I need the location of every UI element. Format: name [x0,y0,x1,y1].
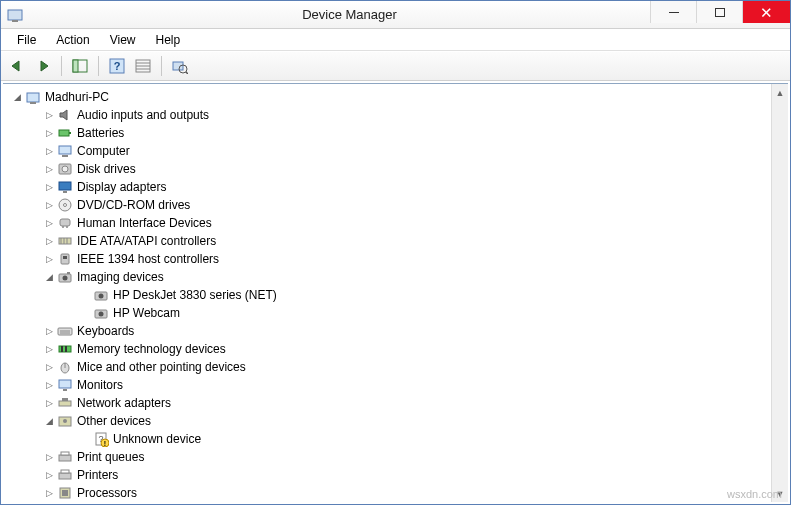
tree-node-batteries[interactable]: ▷Batteries [7,124,771,142]
close-button[interactable]: ✕ [742,1,790,23]
tree-node-label: IDE ATA/ATAPI controllers [77,232,216,250]
menu-file[interactable]: File [7,31,46,49]
svg-rect-25 [60,219,70,226]
other-icon [57,413,73,429]
menu-view[interactable]: View [100,31,146,49]
toolbar-separator [161,56,162,76]
tree-root[interactable]: ◢Madhuri-PC [7,88,771,106]
tree-node-label: Imaging devices [77,268,164,286]
tree-node-computer[interactable]: ▷Computer [7,142,771,160]
svg-rect-3 [73,60,78,72]
expand-icon[interactable]: ▷ [43,163,55,175]
printers-icon [57,467,73,483]
svg-rect-45 [61,346,63,352]
device-tree[interactable]: ◢Madhuri-PC▷Audio inputs and outputs▷Bat… [3,84,771,502]
tree-node-display[interactable]: ▷Display adapters [7,178,771,196]
display-icon [57,179,73,195]
tree-node-dvd[interactable]: ▷DVD/CD-ROM drives [7,196,771,214]
expand-icon[interactable]: ▷ [43,109,55,121]
tree-node-keyboards[interactable]: ▷Keyboards [7,322,771,340]
printqueues-icon [57,449,73,465]
scroll-up-icon[interactable]: ▲ [772,84,788,101]
svg-rect-15 [59,130,69,136]
tree-node-monitors[interactable]: ▷Monitors [7,376,771,394]
properties-button[interactable] [131,54,155,78]
tree-node-printqueues[interactable]: ▷Print queues [7,448,771,466]
menubar: File Action View Help [1,29,790,51]
hp-deskjet-icon [93,287,109,303]
expand-icon[interactable]: ▷ [43,325,55,337]
expand-icon[interactable]: ▷ [43,451,55,463]
expand-icon[interactable]: ▷ [43,235,55,247]
tree-node-audio[interactable]: ▷Audio inputs and outputs [7,106,771,124]
expand-icon[interactable]: ▷ [43,253,55,265]
tree-node-label: Batteries [77,124,124,142]
menu-help[interactable]: Help [146,31,191,49]
scroll-track[interactable] [772,101,788,485]
window-controls: ✕ [650,1,790,23]
maximize-button[interactable] [696,1,742,23]
svg-rect-36 [67,272,70,274]
svg-point-38 [99,294,104,299]
tree-node-network[interactable]: ▷Network adapters [7,394,771,412]
tree-node-memtech[interactable]: ▷Memory technology devices [7,340,771,358]
expand-icon[interactable]: ▷ [43,217,55,229]
expand-icon[interactable]: ▷ [43,127,55,139]
svg-point-35 [63,276,68,281]
menu-action[interactable]: Action [46,31,99,49]
minimize-button[interactable] [650,1,696,23]
tree-node-ide[interactable]: ▷IDE ATA/ATAPI controllers [7,232,771,250]
svg-text:?: ? [114,60,121,72]
tree-node-unknown[interactable]: ?!Unknown device [7,430,771,448]
expand-icon[interactable]: ▷ [43,469,55,481]
expand-icon[interactable]: ▷ [43,487,55,499]
expand-icon[interactable]: ▷ [43,181,55,193]
back-button[interactable] [5,54,29,78]
scan-hardware-button[interactable] [168,54,192,78]
expand-icon[interactable]: ▷ [43,397,55,409]
tree-node-printers[interactable]: ▷Printers [7,466,771,484]
tree-node-hid[interactable]: ▷Human Interface Devices [7,214,771,232]
tree-node-label: Printers [77,466,118,484]
expand-icon[interactable]: ▷ [43,145,55,157]
ide-icon [57,233,73,249]
tree-node-label: Computer [77,142,130,160]
dvd-icon [57,197,73,213]
tree-node-ieee1394[interactable]: ▷IEEE 1394 host controllers [7,250,771,268]
watermark: wsxdn.com [727,488,782,500]
forward-button[interactable] [31,54,55,78]
vertical-scrollbar[interactable]: ▲ ▼ [771,84,788,502]
show-hide-tree-button[interactable] [68,54,92,78]
collapse-icon[interactable]: ◢ [43,271,55,283]
tree-node-other[interactable]: ◢Other devices [7,412,771,430]
tree-node-label: Human Interface Devices [77,214,212,232]
tree-node-label: Network adapters [77,394,171,412]
tree-node-hp-deskjet[interactable]: HP DeskJet 3830 series (NET) [7,286,771,304]
tree-node-hp-webcam[interactable]: HP Webcam [7,304,771,322]
collapse-icon[interactable]: ◢ [11,91,23,103]
tree-node-label: Audio inputs and outputs [77,106,209,124]
help-button[interactable]: ? [105,54,129,78]
tree-node-label: Keyboards [77,322,134,340]
disk-icon [57,161,73,177]
svg-rect-59 [59,455,71,461]
expand-icon[interactable]: ▷ [43,199,55,211]
computer-icon [57,143,73,159]
tree-node-disk[interactable]: ▷Disk drives [7,160,771,178]
tree-node-label: Print queues [77,448,144,466]
svg-rect-52 [62,398,68,401]
svg-rect-49 [59,380,71,388]
collapse-icon[interactable]: ◢ [43,415,55,427]
hid-icon [57,215,73,231]
mice-icon [57,359,73,375]
svg-point-27 [66,226,68,228]
memtech-icon [57,341,73,357]
svg-rect-21 [59,182,71,190]
svg-rect-16 [69,132,71,134]
tree-node-imaging[interactable]: ◢Imaging devices [7,268,771,286]
expand-icon[interactable]: ▷ [43,361,55,373]
expand-icon[interactable]: ▷ [43,379,55,391]
expand-icon[interactable]: ▷ [43,343,55,355]
tree-node-processors[interactable]: ▷Processors [7,484,771,502]
tree-node-mice[interactable]: ▷Mice and other pointing devices [7,358,771,376]
